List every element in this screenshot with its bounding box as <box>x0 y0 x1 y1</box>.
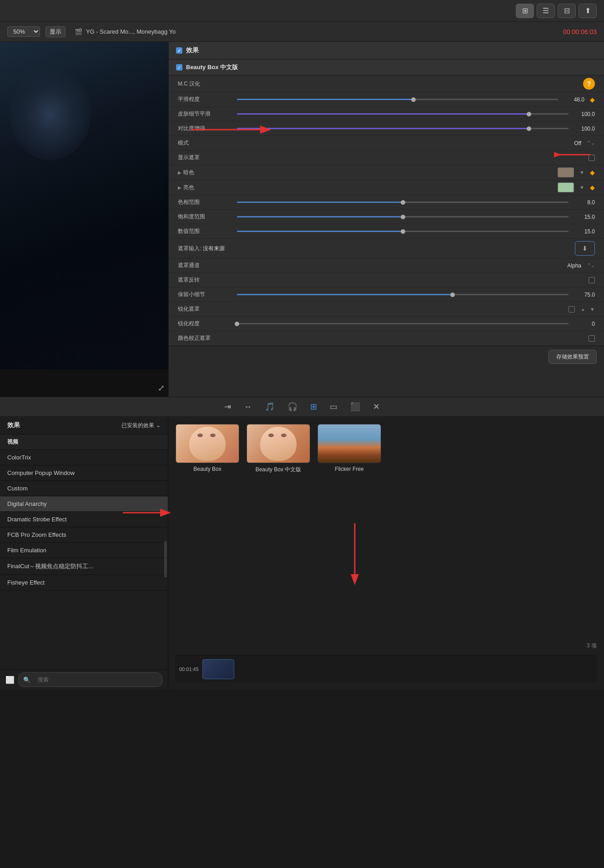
timeline-toolbar: ⇥ ↔ 🎵 🎧 ⊞ ▭ ⬛ ✕ <box>0 397 604 417</box>
param-row-contrast: 对比度增强 100.0 <box>169 121 604 136</box>
zoom-select[interactable]: 50% 25% 100% <box>7 26 40 37</box>
hue-slider-thumb[interactable] <box>401 200 405 205</box>
contrast-slider-track[interactable] <box>237 128 569 129</box>
effect-thumb-beautybox <box>176 424 239 463</box>
smooth-slider-track[interactable] <box>237 99 558 100</box>
face-thumb-2 <box>260 427 297 461</box>
dark-dropdown[interactable]: ▼ <box>579 170 584 175</box>
bottom-panel: 效果 已安装的效果 ⌄ 视频 ColorTrix Computer Popup … <box>0 417 604 690</box>
numrange-slider-track[interactable] <box>237 231 569 232</box>
tl-btn-2[interactable]: ↔ <box>241 400 255 414</box>
question-badge[interactable]: ? <box>583 78 595 90</box>
param-control-sharpenamount: 0 <box>237 321 595 327</box>
smooth-diamond: ◆ <box>590 96 595 103</box>
sharpen-slider-thumb[interactable] <box>235 322 239 326</box>
effect-thumb-flickerfree <box>317 424 381 463</box>
display-button[interactable]: 显示 <box>45 26 65 37</box>
tl-btn-audio[interactable]: 🎵 <box>262 400 277 414</box>
param-row-mc: M.C 汉化 ? <box>169 76 604 92</box>
bright-triangle[interactable]: ▶ <box>178 185 181 190</box>
effect-item-beautybox[interactable]: Beauty Box <box>176 424 239 474</box>
sat-slider-fill <box>237 216 403 217</box>
skin-value: 100.0 <box>572 111 595 117</box>
search-icon: 🔍 <box>23 676 30 683</box>
param-label-dark: ▶暗色 <box>178 169 237 177</box>
skin-slider-thumb[interactable] <box>527 112 531 116</box>
effects-item-dramatic-strobe[interactable]: Dramatic Strobe Effect <box>0 512 168 527</box>
param-label-numrange: 数值范围 <box>178 227 237 235</box>
skin-slider-track[interactable] <box>237 113 569 115</box>
tl-btn-headphones[interactable]: 🎧 <box>285 400 300 414</box>
mask-down-button[interactable]: ⬇ <box>575 241 595 256</box>
tl-btn-1[interactable]: ⇥ <box>221 400 234 414</box>
folder-icon[interactable]: ⬜ <box>5 676 15 684</box>
param-label-sharpenamount: 锐化程度 <box>178 320 237 328</box>
list-scrollbar[interactable] <box>164 541 167 577</box>
sat-slider-thumb[interactable] <box>401 215 405 219</box>
timecode: 00:00:06:03 <box>563 28 597 35</box>
effect-item-beautybox-cn[interactable]: Beauty Box 中文版 <box>247 424 310 474</box>
mode-dropdown-arrow[interactable]: ⌃⌄ <box>587 140 595 146</box>
tl-btn-close[interactable]: ✕ <box>370 400 383 414</box>
sharpen-slider-track[interactable] <box>237 323 569 324</box>
effects-item-film[interactable]: Film Emulation <box>0 543 168 558</box>
smooth-slider-thumb[interactable] <box>411 97 416 102</box>
param-control-colormask <box>237 335 595 342</box>
detail-slider-fill <box>237 294 453 295</box>
maskinvert-checkbox[interactable] <box>589 277 595 283</box>
bright-dropdown[interactable]: ▼ <box>579 185 584 190</box>
effects-item-digital-anarchy[interactable]: Digital Anarchy <box>0 496 168 512</box>
param-control-sharpenmask: ⬥ ▼ <box>237 306 595 313</box>
numrange-slider-thumb[interactable] <box>401 229 405 234</box>
dark-triangle[interactable]: ▶ <box>178 170 181 175</box>
colormask-checkbox[interactable] <box>589 335 595 342</box>
bright-color-swatch[interactable] <box>558 182 574 192</box>
effects-item-fcb[interactable]: FCB Pro Zoom Effects <box>0 527 168 543</box>
list-view-btn[interactable]: ☰ <box>537 4 555 18</box>
effects-item-colortrix[interactable]: ColorTrix <box>0 450 168 465</box>
detail-slider-track[interactable] <box>237 294 569 295</box>
tl-btn-clip[interactable]: ▭ <box>327 400 340 414</box>
hue-slider-track[interactable] <box>237 202 569 203</box>
effects-item-popup[interactable]: Computer Popup Window <box>0 465 168 481</box>
dark-color-swatch[interactable] <box>558 167 574 177</box>
param-row-dark: ▶暗色 ▼ ◆ <box>169 165 604 180</box>
expand-icon[interactable]: ⤢ <box>158 383 165 393</box>
save-button[interactable]: 存储效果预置 <box>549 350 597 364</box>
effects-title: 效果 <box>186 46 199 55</box>
effects-item-finalcut-stabilize[interactable]: FinalCut～视频焦点稳定防抖工... <box>0 558 168 575</box>
effects-item-custom[interactable]: Custom <box>0 481 168 496</box>
timecode-prefix: 00:00:0 <box>563 28 584 35</box>
second-toolbar: 50% 25% 100% 显示 🎬 YG - Scared Mo..., Mon… <box>0 22 604 42</box>
param-row-maskinvert: 遮罩反转 <box>169 273 604 288</box>
plugin-checkbox[interactable]: ✓ <box>176 64 182 71</box>
detail-slider-thumb[interactable] <box>450 293 455 297</box>
maskchan-dropdown[interactable]: ⌃⌄ <box>587 262 595 268</box>
effect-item-flickerfree[interactable]: Flicker Free <box>317 424 381 474</box>
inspector-btn[interactable]: ⊟ <box>558 4 576 18</box>
sharpenmask-dropdown[interactable]: ▼ <box>590 307 595 312</box>
effects-item-fisheye[interactable]: Fisheye Effect <box>0 575 168 590</box>
sat-slider-track[interactable] <box>237 216 569 217</box>
grid-view-btn[interactable]: ⊞ <box>516 4 534 18</box>
contrast-slider-thumb[interactable] <box>527 126 531 131</box>
param-row-smooth: 平滑程度 48.0 ◆ <box>169 92 604 107</box>
tl-btn-multicam[interactable]: ⊞ <box>307 400 320 414</box>
plugin-header: ✓ Beauty Box 中文版 <box>169 60 604 76</box>
share-btn[interactable]: ⬆ <box>579 4 597 18</box>
showmask-checkbox[interactable] <box>589 155 595 161</box>
param-row-showmask: 显示遮罩 <box>169 151 604 165</box>
detail-value: 75.0 <box>572 292 595 298</box>
sharpenmask-checkbox[interactable] <box>569 306 575 313</box>
installed-button[interactable]: 已安装的效果 ⌄ <box>121 422 161 429</box>
param-label-sharpenmask: 锐化遮罩 <box>178 305 237 313</box>
param-label-showmask: 显示遮罩 <box>178 154 237 161</box>
param-control-numrange: 15.0 <box>237 228 595 235</box>
sharpenmask-diamond-btn[interactable]: ⬥ <box>581 306 584 313</box>
tl-btn-snap[interactable]: ⬛ <box>347 400 363 414</box>
param-row-sharpenmask: 锐化遮罩 ⬥ ▼ <box>169 302 604 317</box>
search-input[interactable] <box>32 675 157 685</box>
param-label-hue: 色相范围 <box>178 198 237 206</box>
param-row-skin: 皮肤细节平滑 100.0 <box>169 107 604 121</box>
effects-checkbox[interactable]: ✓ <box>176 47 182 54</box>
